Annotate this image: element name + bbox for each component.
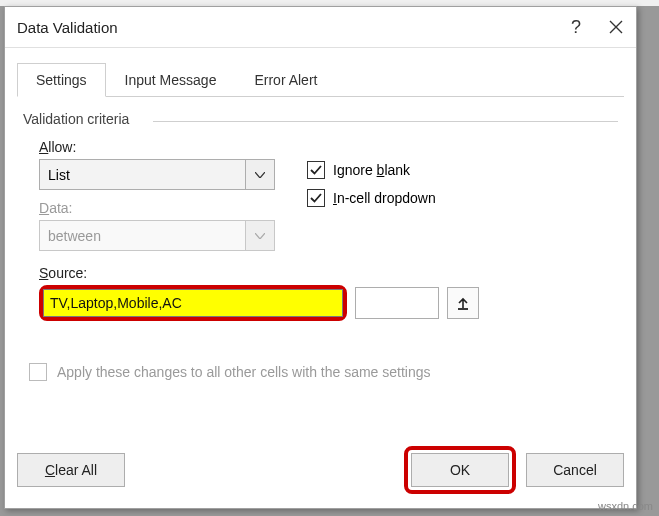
checkbox-icon <box>307 189 325 207</box>
clear-all-button[interactable]: Clear All <box>17 453 125 487</box>
chevron-down-icon <box>255 233 265 239</box>
ok-button[interactable]: OK <box>411 453 509 487</box>
checkbox-icon <box>307 161 325 179</box>
ok-highlight: OK <box>404 446 516 494</box>
checkmark-icon <box>310 192 322 204</box>
data-label: Data: <box>39 200 277 216</box>
tab-input-message[interactable]: Input Message <box>106 63 236 97</box>
help-button[interactable]: ? <box>556 7 596 47</box>
data-dropdown-button <box>245 221 274 250</box>
range-select-button[interactable] <box>447 287 479 319</box>
in-cell-dropdown-label: In-cell dropdown <box>333 190 436 206</box>
close-icon <box>609 20 623 34</box>
validation-criteria-label: Validation criteria <box>23 111 618 127</box>
allow-value: List <box>40 167 245 183</box>
source-label: Source: <box>39 265 614 281</box>
source-input[interactable]: TV,Laptop,Mobile,AC <box>43 289 343 317</box>
tab-error-alert[interactable]: Error Alert <box>235 63 336 97</box>
allow-label: Allow: <box>39 139 277 155</box>
apply-label: Apply these changes to all other cells w… <box>57 364 431 380</box>
data-value: between <box>40 228 245 244</box>
in-cell-dropdown-checkbox[interactable]: In-cell dropdown <box>307 189 436 207</box>
source-overflow[interactable] <box>355 287 439 319</box>
allow-dropdown-button[interactable] <box>245 160 274 189</box>
source-highlight: TV,Laptop,Mobile,AC <box>39 285 347 321</box>
tab-bar: Settings Input Message Error Alert <box>17 62 624 97</box>
data-select: between <box>39 220 275 251</box>
allow-select[interactable]: List <box>39 159 275 190</box>
titlebar: Data Validation ? <box>5 7 636 48</box>
ignore-blank-checkbox[interactable]: Ignore blank <box>307 161 436 179</box>
data-validation-dialog: Data Validation ? Settings Input Message… <box>4 6 637 509</box>
tab-settings[interactable]: Settings <box>17 63 106 97</box>
close-button[interactable] <box>596 7 636 47</box>
cancel-button[interactable]: Cancel <box>526 453 624 487</box>
dialog-title: Data Validation <box>17 19 556 36</box>
ignore-blank-label: Ignore blank <box>333 162 410 178</box>
watermark: wsxdn.com <box>598 500 653 512</box>
checkmark-icon <box>310 164 322 176</box>
apply-checkbox <box>29 363 47 381</box>
chevron-down-icon <box>255 172 265 178</box>
collapse-dialog-icon <box>456 296 470 310</box>
dialog-footer: Clear All OK Cancel <box>5 444 636 508</box>
